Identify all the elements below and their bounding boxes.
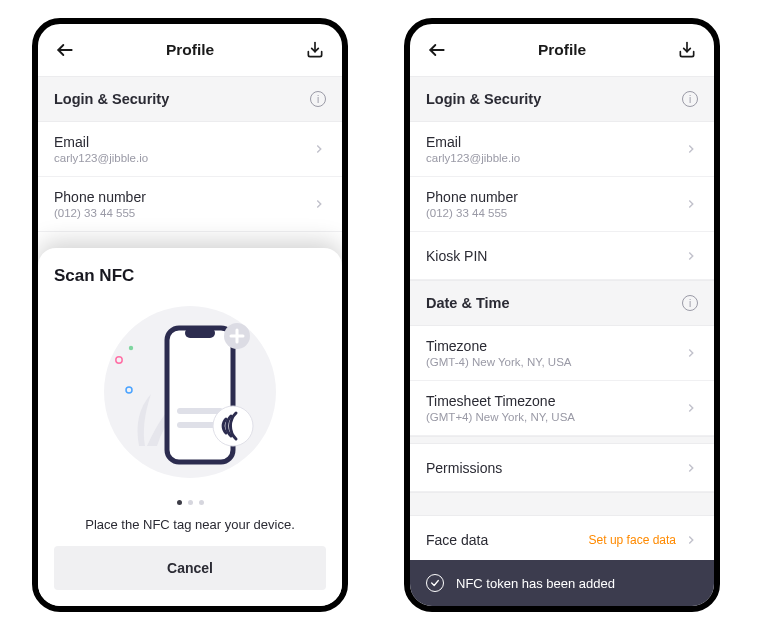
svg-rect-7 — [185, 328, 215, 338]
download-icon[interactable] — [304, 39, 326, 61]
chevron-right-icon — [684, 533, 698, 547]
setup-face-data-link[interactable]: Set up face data — [589, 533, 676, 547]
info-icon[interactable]: i — [310, 91, 326, 107]
chevron-right-icon — [684, 461, 698, 475]
svg-rect-8 — [177, 408, 223, 414]
email-value: carly123@jibble.io — [54, 152, 148, 164]
app-header: Profile — [410, 24, 714, 76]
chevron-right-icon — [684, 197, 698, 211]
sheet-title: Scan NFC — [54, 266, 134, 286]
row-email[interactable]: Email carly123@jibble.io — [410, 122, 714, 177]
timezone-value: (GMT-4) New York, NY, USA — [426, 356, 572, 368]
section-divider — [410, 492, 714, 516]
permissions-label: Permissions — [426, 460, 502, 476]
section-title: Login & Security — [54, 91, 169, 107]
back-icon[interactable] — [426, 39, 448, 61]
phone-label: Phone number — [426, 189, 518, 205]
svg-point-4 — [129, 346, 133, 350]
phone-label: Phone number — [54, 189, 146, 205]
cancel-button[interactable]: Cancel — [54, 546, 326, 590]
page-indicator — [177, 500, 204, 505]
email-value: carly123@jibble.io — [426, 152, 520, 164]
dot-3 — [199, 500, 204, 505]
row-timesheet-timezone[interactable]: Timesheet Timezone (GMT+4) New York, NY,… — [410, 381, 714, 436]
face-data-label: Face data — [426, 532, 488, 548]
section-divider — [410, 436, 714, 444]
chevron-right-icon — [684, 401, 698, 415]
sheet-instruction: Place the NFC tag near your device. — [85, 517, 295, 532]
kiosk-pin-label: Kiosk PIN — [426, 248, 487, 264]
row-permissions[interactable]: Permissions — [410, 444, 714, 492]
timezone-label: Timezone — [426, 338, 572, 354]
phone-value: (012) 33 44 555 — [426, 207, 518, 219]
row-kiosk-pin[interactable]: Kiosk PIN — [410, 232, 714, 280]
section-date-time: Date & Time i — [410, 280, 714, 326]
section-login-security: Login & Security i — [410, 76, 714, 122]
chevron-right-icon — [312, 197, 326, 211]
page-title: Profile — [538, 41, 586, 59]
toast-message: NFC token has been added — [456, 576, 615, 591]
timesheet-timezone-value: (GMT+4) New York, NY, USA — [426, 411, 575, 423]
info-icon[interactable]: i — [682, 91, 698, 107]
info-icon[interactable]: i — [682, 295, 698, 311]
chevron-right-icon — [684, 249, 698, 263]
page-title: Profile — [166, 41, 214, 59]
phone-value: (012) 33 44 555 — [54, 207, 146, 219]
email-label: Email — [426, 134, 520, 150]
chevron-right-icon — [312, 142, 326, 156]
back-icon[interactable] — [54, 39, 76, 61]
section-login-security: Login & Security i — [38, 76, 342, 122]
row-email[interactable]: Email carly123@jibble.io — [38, 122, 342, 177]
section-title: Date & Time — [426, 295, 510, 311]
svg-point-11 — [213, 406, 253, 446]
email-label: Email — [54, 134, 148, 150]
check-circle-icon — [426, 574, 444, 592]
row-face-data[interactable]: Face data Set up face data — [410, 516, 714, 564]
chevron-right-icon — [684, 142, 698, 156]
row-phone[interactable]: Phone number (012) 33 44 555 — [410, 177, 714, 232]
app-header: Profile — [38, 24, 342, 76]
timesheet-timezone-label: Timesheet Timezone — [426, 393, 575, 409]
section-title: Login & Security — [426, 91, 541, 107]
chevron-right-icon — [684, 346, 698, 360]
nfc-illustration — [85, 294, 295, 490]
dot-2 — [188, 500, 193, 505]
row-phone[interactable]: Phone number (012) 33 44 555 — [38, 177, 342, 232]
download-icon[interactable] — [676, 39, 698, 61]
row-timezone[interactable]: Timezone (GMT-4) New York, NY, USA — [410, 326, 714, 381]
phone-scan-nfc: Profile Login & Security i Email carly12… — [32, 18, 348, 612]
nfc-scan-sheet: Scan NFC — [38, 248, 342, 606]
phone-profile-list: Profile Login & Security i Email carly12… — [404, 18, 720, 612]
dot-1 — [177, 500, 182, 505]
toast-nfc-added: NFC token has been added — [410, 560, 714, 606]
